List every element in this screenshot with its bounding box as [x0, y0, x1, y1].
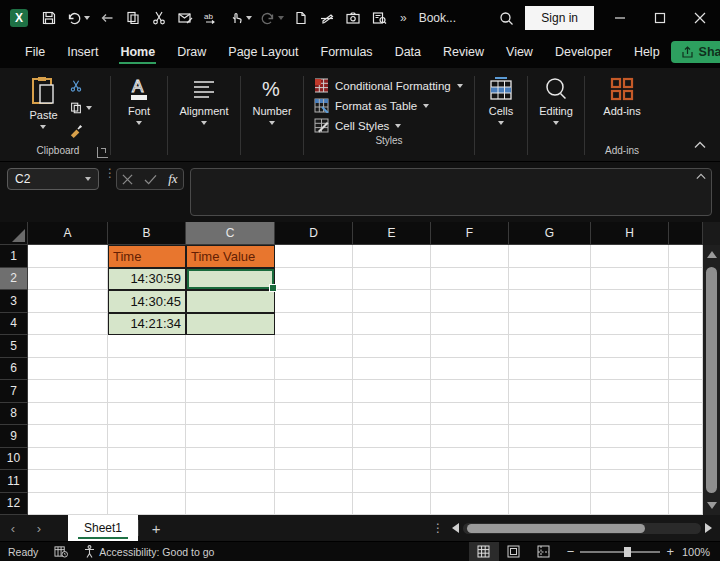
column-header-f[interactable]: F	[431, 222, 509, 245]
ink-strikethrough-icon[interactable]	[314, 4, 340, 32]
paste-dropdown-icon[interactable]	[40, 125, 46, 129]
formula-bar-collapse-icon[interactable]	[696, 170, 706, 182]
cell-b4[interactable]: 14:21:34	[108, 313, 186, 336]
cell-partial-6[interactable]	[669, 358, 703, 381]
copy-icon[interactable]	[120, 4, 146, 32]
row-header-10[interactable]: 10	[0, 448, 28, 471]
menu-tab-draw[interactable]: Draw	[166, 38, 217, 67]
font-dropdown-icon[interactable]	[136, 121, 142, 125]
cell-a3[interactable]	[28, 290, 108, 313]
vertical-scroll-thumb[interactable]	[706, 267, 717, 493]
format-painter-button[interactable]	[67, 122, 94, 138]
excel-app-icon[interactable]: X	[10, 9, 28, 27]
format-as-table-button[interactable]: Format as Table	[314, 98, 464, 113]
more-commands-icon[interactable]: »	[392, 11, 413, 25]
cell-a8[interactable]	[28, 403, 108, 426]
conditional-formatting-dropdown-icon[interactable]	[457, 84, 463, 88]
next-sheet-icon[interactable]: ›	[26, 515, 52, 541]
cell-f9[interactable]	[431, 425, 509, 448]
font-button[interactable]: A Font	[119, 72, 159, 129]
zoom-slider[interactable]	[580, 551, 660, 553]
maximize-icon[interactable]	[640, 0, 680, 36]
cell-f6[interactable]	[431, 358, 509, 381]
cell-e4[interactable]	[353, 313, 431, 336]
normal-view-icon[interactable]	[469, 542, 499, 561]
row-header-2[interactable]: 2	[0, 268, 28, 291]
column-header-c[interactable]: C	[186, 222, 275, 245]
cell-g2[interactable]	[509, 268, 591, 291]
number-button[interactable]: % Number	[245, 72, 298, 129]
redo-icon[interactable]	[256, 4, 288, 32]
cell-f2[interactable]	[431, 268, 509, 291]
column-header-e[interactable]: E	[353, 222, 431, 245]
row-header-8[interactable]: 8	[0, 403, 28, 426]
row-header-9[interactable]: 9	[0, 425, 28, 448]
scroll-up-icon[interactable]	[707, 251, 717, 258]
cell-a11[interactable]	[28, 470, 108, 493]
cell-e5[interactable]	[353, 335, 431, 358]
cell-a7[interactable]	[28, 380, 108, 403]
redo-dropdown-icon[interactable]	[278, 16, 284, 20]
cell-e11[interactable]	[353, 470, 431, 493]
cell-c11[interactable]	[186, 470, 275, 493]
menu-tab-review[interactable]: Review	[432, 38, 495, 67]
cell-b8[interactable]	[108, 403, 186, 426]
row-header-5[interactable]: 5	[0, 335, 28, 358]
column-header-partial[interactable]	[669, 222, 703, 245]
alignment-button[interactable]: Alignment	[173, 72, 236, 129]
name-box-dropdown-icon[interactable]	[85, 177, 91, 181]
menu-tab-view[interactable]: View	[495, 38, 544, 67]
cell-partial-8[interactable]	[669, 403, 703, 426]
formula-bar-grip-icon[interactable]: ⋮	[104, 170, 116, 176]
cell-a4[interactable]	[28, 313, 108, 336]
row-header-1[interactable]: 1	[0, 245, 28, 268]
cell-a10[interactable]	[28, 448, 108, 471]
cell-e3[interactable]	[353, 290, 431, 313]
new-sheet-icon[interactable]: +	[139, 515, 173, 541]
zoom-out-icon[interactable]: −	[567, 544, 575, 559]
name-box[interactable]: C2	[7, 168, 99, 190]
column-header-a[interactable]: A	[28, 222, 108, 245]
cell-h8[interactable]	[591, 403, 669, 426]
vertical-scrollbar[interactable]	[703, 245, 720, 515]
insert-function-icon[interactable]: fx	[168, 171, 177, 187]
cell-f11[interactable]	[431, 470, 509, 493]
column-header-b[interactable]: B	[108, 222, 186, 245]
formula-input[interactable]	[190, 168, 712, 216]
row-header-12[interactable]: 12	[0, 493, 28, 516]
cell-e12[interactable]	[353, 493, 431, 516]
replace-icon[interactable]: ab	[198, 4, 224, 32]
cell-f4[interactable]	[431, 313, 509, 336]
share-button[interactable]: Share	[671, 41, 720, 63]
select-all-corner[interactable]	[0, 222, 28, 245]
cell-partial-7[interactable]	[669, 380, 703, 403]
cell-g7[interactable]	[509, 380, 591, 403]
cell-b10[interactable]	[108, 448, 186, 471]
cell-h7[interactable]	[591, 380, 669, 403]
cell-a5[interactable]	[28, 335, 108, 358]
cell-b1[interactable]: Time	[108, 245, 186, 268]
cell-c12[interactable]	[186, 493, 275, 516]
cell-h9[interactable]	[591, 425, 669, 448]
cell-h4[interactable]	[591, 313, 669, 336]
cell-styles-button[interactable]: Cell Styles	[314, 118, 464, 133]
cell-c10[interactable]	[186, 448, 275, 471]
collapse-ribbon-icon[interactable]	[694, 135, 706, 153]
row-header-11[interactable]: 11	[0, 470, 28, 493]
column-header-h[interactable]: H	[591, 222, 669, 245]
cell-h10[interactable]	[591, 448, 669, 471]
cell-h11[interactable]	[591, 470, 669, 493]
sign-in-button[interactable]: Sign in	[525, 6, 594, 30]
row-header-4[interactable]: 4	[0, 313, 28, 336]
cell-c6[interactable]	[186, 358, 275, 381]
paste-button[interactable]: Paste	[22, 72, 64, 133]
cell-partial-10[interactable]	[669, 448, 703, 471]
horizontal-scroll-thumb[interactable]	[467, 524, 645, 533]
cell-g4[interactable]	[509, 313, 591, 336]
cell-a1[interactable]	[28, 245, 108, 268]
cell-b5[interactable]	[108, 335, 186, 358]
number-dropdown-icon[interactable]	[269, 121, 275, 125]
cell-e10[interactable]	[353, 448, 431, 471]
cell-g9[interactable]	[509, 425, 591, 448]
cut-icon[interactable]	[146, 4, 172, 32]
